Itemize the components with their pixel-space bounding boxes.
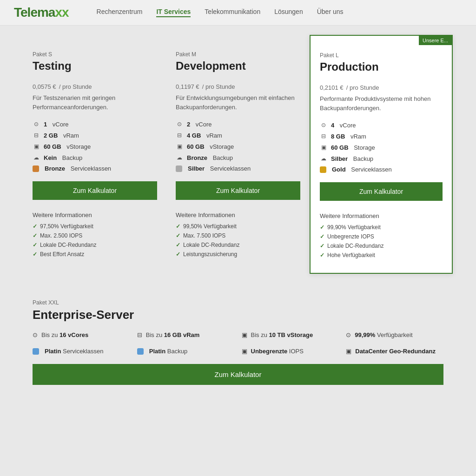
enterprise-serviceklassen: Platin Serviceklassen: [33, 348, 130, 355]
more-info-s: Weitere Informationen: [33, 212, 157, 218]
feature-s-2: Max. 2.500 IOPS: [33, 232, 157, 239]
nav-menu: Rechenzentrum IT Services Telekommunikat…: [97, 8, 344, 17]
spec-serviceklassen-m: Silber Serviceklassen: [176, 165, 300, 172]
package-s-desc: Für Testszenarien mit geringen Performan…: [33, 93, 157, 112]
enterprise-geo: ▣ DataCenter Geo-Redundanz: [346, 348, 443, 355]
enterprise-availability: ⊙ 99,99% Verfügbarkeit: [346, 331, 443, 338]
package-m-label: Paket M: [176, 51, 300, 58]
package-s-price: 0,0575 € / pro Stunde: [33, 79, 157, 92]
ram-icon-m: ⊟: [176, 132, 183, 139]
kalkulator-button-s[interactable]: Zum Kalkulator: [33, 181, 157, 200]
kalkulator-button-m[interactable]: Zum Kalkulator: [176, 181, 300, 200]
ram-icon-xxl: ⊟: [137, 331, 142, 338]
cpu-icon-m: ⊙: [176, 120, 183, 128]
package-m-desc: Für Entwicklungsumgebungen mit einfachen…: [176, 93, 300, 112]
feature-list-l: 99,90% Verfügbarkeit Unbegrenzte IOPS Lo…: [320, 224, 443, 258]
cloud-icon-l: ☁: [320, 155, 327, 162]
enterprise-geo-text: DataCenter Geo-Redundanz: [355, 348, 436, 355]
feature-list-s: 97,50% Verfügbarkeit Max. 2.500 IOPS Lok…: [33, 223, 157, 258]
enterprise-vstorage: ▣ Bis zu 10 TB vStorage: [242, 331, 339, 338]
spec-vstorage: ▣ 60 GB vStorage: [33, 143, 157, 150]
spec-vram: ⊟ 2 GB vRam: [33, 132, 157, 139]
datacenter-icon: ▣: [346, 348, 351, 355]
cloud-icon: ☁: [33, 154, 40, 161]
enterprise-vcores-text: Bis zu 16 vCores: [41, 331, 88, 338]
enterprise-vcores: ⊙ Bis zu 16 vCores: [33, 331, 130, 338]
pricing-grid: Paket S Testing 0,0575 € / pro Stunde Fü…: [23, 40, 453, 274]
navigation: Telemaxx Rechenzentrum IT Services Telek…: [0, 0, 476, 26]
spec-serviceklassen: Bronze Serviceklassen: [33, 165, 157, 172]
package-s-specs: ⊙ 1 vCore ⊟ 2 GB vRam ▣ 60 GB vStorage ☁…: [33, 120, 157, 172]
feature-s-4: Best Effort Ansatz: [33, 251, 157, 258]
kalkulator-button-l[interactable]: Zum Kalkulator: [320, 182, 443, 201]
nav-rechenzentrum[interactable]: Rechenzentrum: [97, 8, 143, 17]
package-s-label: Paket S: [33, 51, 157, 58]
package-l-name: Production: [320, 60, 443, 73]
spec-backup-m: ☁ Bronze Backup: [176, 154, 300, 161]
main-content: Paket S Testing 0,0575 € / pro Stunde Fü…: [0, 26, 476, 408]
feature-m-3: Lokale DC-Redundanz: [176, 242, 300, 248]
logo: Telemaxx: [14, 5, 69, 20]
enterprise-name: Enterprise-Server: [33, 308, 443, 322]
spec-vcore: ⊙ 1 vCore: [33, 120, 157, 128]
nav-it-services[interactable]: IT Services: [156, 8, 191, 17]
more-info-m: Weitere Informationen: [176, 212, 300, 218]
ram-icon: ⊟: [33, 132, 40, 139]
package-s: Paket S Testing 0,0575 € / pro Stunde Fü…: [23, 40, 166, 274]
cpu-icon: ⊙: [33, 120, 40, 128]
kalkulator-button-xxl[interactable]: Zum Kalkulator: [33, 364, 443, 385]
cpu-icon-l: ⊙: [320, 121, 327, 129]
package-s-name: Testing: [33, 60, 157, 73]
enterprise-label: Paket XXL: [33, 299, 443, 306]
platin-badge-1: [33, 348, 39, 355]
nav-telekommunikation[interactable]: Telekommunikation: [205, 8, 260, 17]
featured-badge: Unsere E...: [419, 36, 452, 45]
more-info-l: Weitere Informationen: [320, 212, 443, 219]
feature-m-1: 99,50% Verfügbarkeit: [176, 223, 300, 230]
enterprise-avail-text: 99,99% Verfügbarkeit: [355, 331, 412, 338]
spec-vstorage-m: ▣ 60 GB vStorage: [176, 143, 300, 150]
enterprise-vstorage-text: Bis zu 10 TB vStorage: [251, 331, 313, 338]
feature-l-3: Lokale DC-Redundanz: [320, 243, 443, 249]
ram-icon-l: ⊟: [320, 132, 327, 140]
nav-loesungen[interactable]: Lösungen: [274, 8, 303, 17]
spec-backup-l: ☁ Silber Backup: [320, 155, 443, 162]
gold-badge: [320, 166, 326, 173]
storage-icon-xxl: ▣: [242, 331, 247, 338]
feature-m-2: Max. 7.500 IOPS: [176, 232, 300, 239]
enterprise-backup-text: Platin Backup: [149, 348, 187, 355]
enterprise-iops-text: Unbegrenzte IOPS: [251, 348, 304, 355]
cloud-icon-m: ☁: [176, 154, 183, 161]
feature-l-2: Unbegrenzte IOPS: [320, 233, 443, 240]
spec-vram-l: ⊟ 8 GB vRam: [320, 132, 443, 140]
silver-badge: [176, 165, 182, 172]
spec-serviceklassen-l: Gold Serviceklassen: [320, 166, 443, 173]
enterprise-iops: ▣ Unbegrenzte IOPS: [242, 348, 339, 355]
package-m: Paket M Development 0,1197 € / pro Stund…: [166, 40, 310, 274]
spec-vstorage-l: ▣ 60 GB Storage: [320, 144, 443, 151]
storage-icon-l: ▣: [320, 144, 327, 151]
feature-list-m: 99,50% Verfügbarkeit Max. 7.500 IOPS Lok…: [176, 223, 300, 258]
enterprise-vram: ⊟ Bis zu 16 GB vRam: [137, 331, 235, 338]
package-l: Unsere E... Paket L Production 0,2101 € …: [310, 35, 453, 274]
bronze-badge: [33, 165, 39, 172]
avail-icon-xxl: ⊙: [346, 331, 351, 338]
spec-vcore-m: ⊙ 2 vCore: [176, 120, 300, 128]
feature-s-3: Lokale DC-Redundanz: [33, 242, 157, 248]
storage-icon-m: ▣: [176, 143, 183, 150]
package-m-specs: ⊙ 2 vCore ⊟ 4 GB vRam ▣ 60 GB vStorage ☁…: [176, 120, 300, 172]
enterprise-service-text: Platin Serviceklassen: [45, 348, 103, 355]
feature-m-4: Leistungszusicherung: [176, 251, 300, 258]
package-m-name: Development: [176, 60, 300, 73]
enterprise-vram-text: Bis zu 16 GB vRam: [146, 331, 200, 338]
nav-ueber-uns[interactable]: Über uns: [317, 8, 344, 17]
spec-backup: ☁ Kein Backup: [33, 154, 157, 161]
platin-badge-2: [137, 348, 144, 355]
package-l-label: Paket L: [320, 52, 443, 59]
spec-vram-m: ⊟ 4 GB vRam: [176, 132, 300, 139]
package-m-price: 0,1197 € / pro Stunde: [176, 79, 300, 92]
storage-icon-iops: ▣: [242, 348, 247, 355]
enterprise-backup: Platin Backup: [137, 348, 235, 355]
package-l-price: 0,2101 € / pro Stunde: [320, 80, 443, 93]
package-l-specs: ⊙ 4 vCore ⊟ 8 GB vRam ▣ 60 GB Storage ☁ …: [320, 121, 443, 173]
